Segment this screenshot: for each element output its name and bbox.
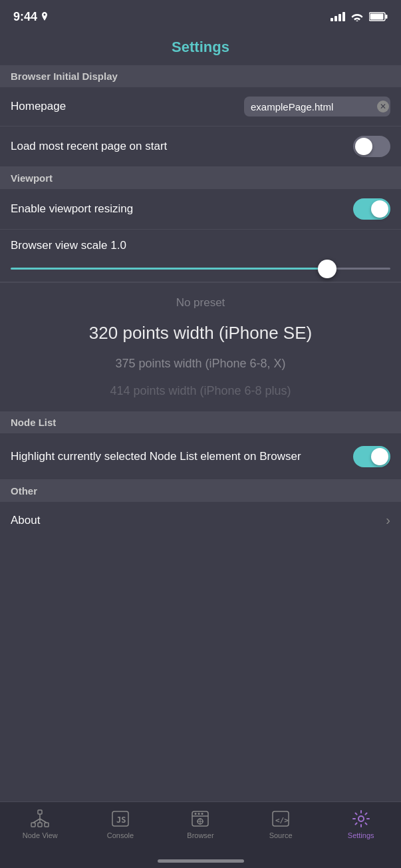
homepage-label: Homepage bbox=[11, 100, 244, 113]
svg-text:JS: JS bbox=[116, 815, 126, 825]
section-viewport: Viewport bbox=[0, 167, 401, 189]
source-icon: </> bbox=[271, 809, 291, 829]
viewport-picker-list: No preset 320 points width (iPhone SE) 3… bbox=[0, 283, 401, 411]
homepage-input[interactable] bbox=[251, 101, 377, 112]
load-most-recent-label: Load most recent page on start bbox=[11, 140, 353, 153]
svg-text:</>: </> bbox=[275, 816, 289, 825]
status-bar: 9:44 bbox=[0, 0, 401, 33]
homepage-input-wrapper[interactable]: ✕ bbox=[244, 97, 390, 116]
wifi-icon bbox=[350, 12, 364, 21]
highlight-node-row: Highlight currently selected Node List e… bbox=[0, 433, 401, 480]
main-content: Browser Initial Display Homepage ✕ Load … bbox=[0, 65, 401, 833]
svg-point-18 bbox=[201, 813, 203, 815]
homepage-row: Homepage ✕ bbox=[0, 87, 401, 126]
tab-settings[interactable]: Settings bbox=[321, 809, 401, 839]
viewport-option-iphone-plus[interactable]: 414 points width (iPhone 6-8 plus) bbox=[0, 377, 401, 405]
tab-source[interactable]: </> Source bbox=[241, 809, 321, 839]
svg-rect-4 bbox=[38, 810, 42, 814]
node-view-icon bbox=[30, 809, 50, 829]
viewport-option-iphone-6-8[interactable]: 375 points width (iPhone 6-8, X) bbox=[0, 350, 401, 377]
browser-view-scale-row: Browser view scale 1.0 bbox=[0, 230, 401, 282]
tab-node-view[interactable]: Node View bbox=[0, 809, 80, 839]
section-node-list: Node List bbox=[0, 411, 401, 433]
browser-icon bbox=[190, 809, 210, 829]
svg-rect-6 bbox=[38, 823, 42, 827]
signal-bars bbox=[331, 12, 345, 21]
tab-browser-label: Browser bbox=[187, 831, 213, 839]
status-time: 9:44 bbox=[13, 10, 49, 24]
tab-bar: Node View JS Console Browser bbox=[0, 801, 401, 868]
tab-console-label: Console bbox=[107, 831, 134, 839]
highlight-node-toggle[interactable] bbox=[353, 446, 390, 467]
tab-browser[interactable]: Browser bbox=[160, 809, 241, 839]
enable-viewport-label: Enable viewport resizing bbox=[11, 202, 353, 216]
location-icon bbox=[41, 12, 49, 21]
svg-rect-7 bbox=[45, 823, 49, 827]
status-icons bbox=[331, 12, 388, 21]
highlight-node-slider bbox=[353, 446, 390, 467]
page-title: Settings bbox=[172, 39, 229, 55]
load-most-recent-toggle[interactable] bbox=[353, 136, 390, 157]
highlight-node-label: Highlight currently selected Node List e… bbox=[11, 449, 342, 465]
browser-view-scale-label: Browser view scale 1.0 bbox=[11, 239, 390, 252]
load-most-recent-row: Load most recent page on start bbox=[0, 126, 401, 167]
enable-viewport-slider bbox=[353, 198, 390, 220]
svg-point-16 bbox=[195, 813, 197, 815]
svg-line-9 bbox=[33, 819, 40, 823]
svg-rect-3 bbox=[386, 15, 388, 19]
svg-rect-5 bbox=[31, 823, 35, 827]
svg-point-0 bbox=[356, 20, 358, 21]
tab-node-view-label: Node View bbox=[23, 831, 58, 839]
viewport-picker[interactable]: No preset 320 points width (iPhone SE) 3… bbox=[0, 282, 401, 411]
load-most-recent-slider bbox=[353, 136, 390, 157]
viewport-option-iphone-se[interactable]: 320 points width (iPhone SE) bbox=[0, 316, 401, 350]
viewport-option-no-preset[interactable]: No preset bbox=[0, 290, 401, 316]
svg-point-24 bbox=[358, 816, 364, 821]
enable-viewport-resizing-row: Enable viewport resizing bbox=[0, 189, 401, 230]
tab-console[interactable]: JS Console bbox=[80, 809, 161, 839]
homepage-clear-button[interactable]: ✕ bbox=[377, 101, 389, 112]
browser-view-scale-slider[interactable] bbox=[11, 268, 390, 270]
svg-rect-2 bbox=[370, 14, 384, 20]
empty-space bbox=[0, 539, 401, 672]
svg-point-17 bbox=[198, 813, 200, 815]
section-browser-initial-display: Browser Initial Display bbox=[0, 65, 401, 87]
home-indicator bbox=[158, 859, 244, 863]
about-chevron-icon: › bbox=[386, 513, 390, 528]
about-label: About bbox=[11, 514, 40, 527]
battery-icon bbox=[369, 12, 388, 21]
settings-icon bbox=[351, 809, 371, 829]
section-other: Other bbox=[0, 480, 401, 502]
page-title-bar: Settings bbox=[0, 33, 401, 65]
tab-source-label: Source bbox=[269, 831, 293, 839]
console-icon: JS bbox=[110, 809, 130, 829]
about-row[interactable]: About › bbox=[0, 502, 401, 539]
svg-line-11 bbox=[40, 819, 47, 823]
enable-viewport-toggle[interactable] bbox=[353, 198, 390, 220]
tab-settings-label: Settings bbox=[348, 831, 374, 839]
